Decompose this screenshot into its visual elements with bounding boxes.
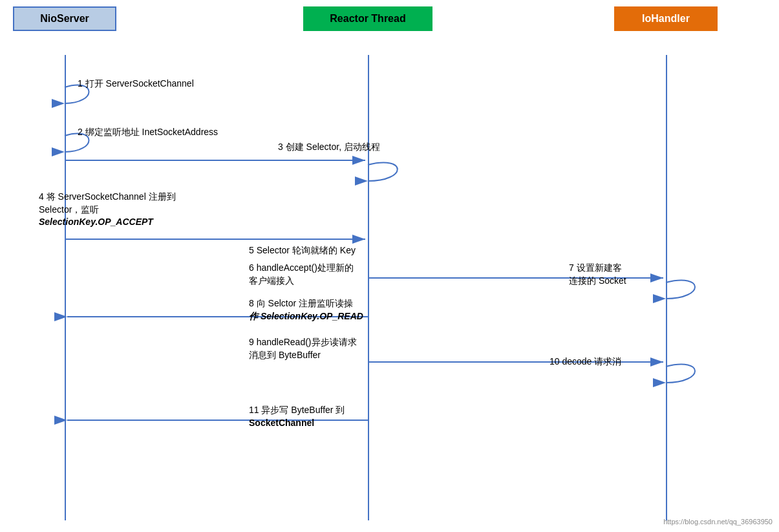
label-step10: 10 decode 请求消 bbox=[550, 356, 621, 368]
label-step3: 3 创建 Selector, 启动线程 bbox=[278, 141, 380, 154]
label-step9: 9 handleRead()异步读请求 消息到 ByteBuffer bbox=[249, 336, 357, 361]
lifeline-reactor bbox=[368, 55, 369, 520]
label-step5: 5 Selector 轮询就绪的 Key bbox=[249, 244, 356, 257]
label-step1: 1 打开 ServerSocketChannel bbox=[78, 78, 194, 90]
label-step8: 8 向 Selctor 注册监听读操 作 SelectionKey.OP_REA… bbox=[249, 297, 363, 323]
nioserver-label: NioServer bbox=[40, 13, 89, 24]
diagram-container: NioServer Reactor Thread IoHandler bbox=[0, 0, 779, 532]
actor-nioserver: NioServer bbox=[13, 6, 116, 31]
actor-iohandler: IoHandler bbox=[614, 6, 718, 31]
iohandler-label: IoHandler bbox=[642, 13, 690, 24]
lifeline-nioserver bbox=[65, 55, 66, 520]
lifeline-iohandler bbox=[666, 55, 667, 520]
label-step11: 11 异步写 ByteBuffer 到 SocketChannel bbox=[249, 404, 345, 429]
watermark: https://blog.csdn.net/qq_36963950 bbox=[663, 518, 773, 526]
label-step6: 6 handleAccept()处理新的 客户端接入 bbox=[249, 262, 354, 287]
actor-reactor: Reactor Thread bbox=[303, 6, 432, 31]
reactor-label: Reactor Thread bbox=[330, 13, 405, 24]
label-step4: 4 将 ServerSocketChannel 注册到 Selector，监听 … bbox=[39, 191, 176, 229]
label-step7: 7 设置新建客 连接的 Socket bbox=[569, 262, 626, 287]
label-step2: 2 绑定监听地址 InetSocketAddress bbox=[78, 126, 218, 139]
